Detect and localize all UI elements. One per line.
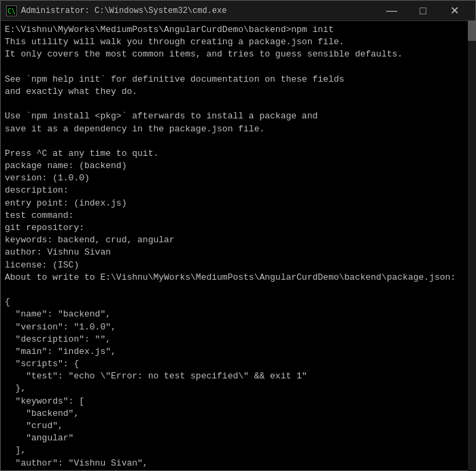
svg-text:C\: C\ [7, 7, 16, 15]
title-bar: C\ Administrator: C:\Windows\System32\cm… [1, 1, 475, 21]
cmd-icon: C\ [6, 5, 17, 16]
maximize-button[interactable]: □ [407, 1, 439, 21]
minimize-button[interactable]: — [376, 1, 407, 21]
title-bar-controls: — □ ✕ [376, 1, 470, 21]
window-wrapper: C\ Administrator: C:\Windows\System32\cm… [0, 0, 476, 471]
scrollbar-thumb[interactable] [468, 20, 476, 41]
scrollbar-track [468, 20, 476, 471]
cmd-window: C\ Administrator: C:\Windows\System32\cm… [0, 0, 476, 471]
close-button[interactable]: ✕ [439, 1, 470, 21]
title-bar-left: C\ Administrator: C:\Windows\System32\cm… [6, 5, 226, 16]
terminal-output[interactable]: E:\Vishnu\MyWorks\MediumPosts\AngularCur… [1, 21, 475, 470]
window-title: Administrator: C:\Windows\System32\cmd.e… [21, 6, 226, 16]
